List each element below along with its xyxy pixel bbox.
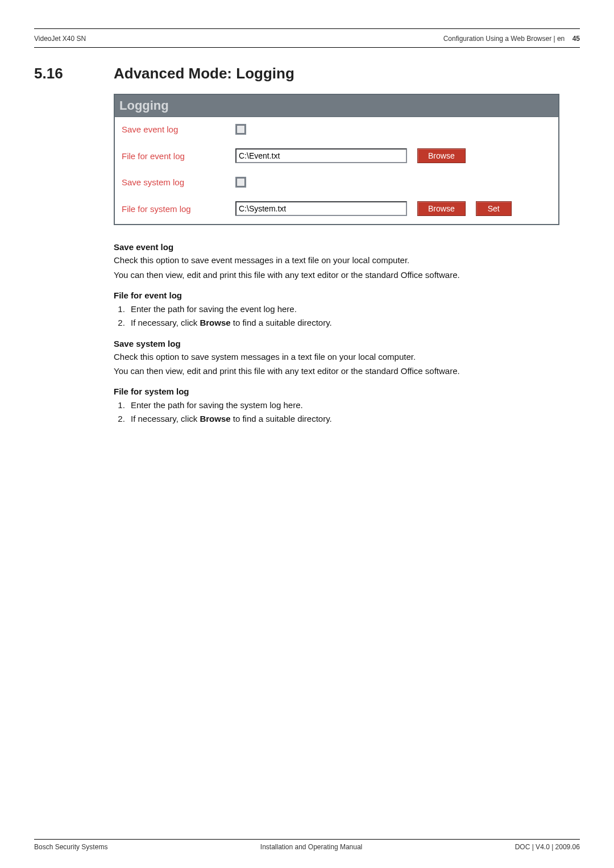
list-item: If necessary, click Browse to find a sui… xyxy=(127,412,580,426)
page-footer: Bosch Security Systems Installation and … xyxy=(34,839,580,851)
heading-save-system-log: Save system log xyxy=(114,339,580,348)
heading-save-event-log: Save event log xyxy=(114,242,580,252)
input-file-event-log[interactable] xyxy=(235,148,407,163)
label-file-event-log: File for event log xyxy=(122,151,235,161)
footer-center: Installation and Operating Manual xyxy=(260,843,362,851)
footer-left: Bosch Security Systems xyxy=(34,843,107,851)
header-product: VideoJet X40 SN xyxy=(34,35,86,43)
text-save-event-log-1: Check this option to save event messages… xyxy=(114,254,580,267)
heading-file-system-log: File for system log xyxy=(114,387,580,396)
label-save-event-log: Save event log xyxy=(122,124,235,134)
browse-button-system[interactable]: Browse xyxy=(417,201,466,216)
checkbox-save-system-log[interactable] xyxy=(235,177,246,188)
input-file-system-log[interactable] xyxy=(235,201,407,216)
label-save-system-log: Save system log xyxy=(122,177,235,187)
checkbox-save-event-log[interactable] xyxy=(235,124,246,135)
section-number: 5.16 xyxy=(34,65,114,82)
panel-title: Logging xyxy=(115,95,558,117)
text-save-system-log-2: You can then view, edit and print this f… xyxy=(114,365,580,377)
list-item: Enter the path for saving the system log… xyxy=(127,398,580,412)
logging-panel: Logging Save event log File for event lo… xyxy=(114,94,559,225)
header-breadcrumb: Configuration Using a Web Browser | en xyxy=(443,35,565,43)
list-item: Enter the path for saving the event log … xyxy=(127,302,580,316)
page-number: 45 xyxy=(572,35,580,43)
set-button[interactable]: Set xyxy=(476,201,512,216)
browse-button-event[interactable]: Browse xyxy=(417,148,466,163)
section-title: Advanced Mode: Logging xyxy=(114,65,294,82)
label-file-system-log: File for system log xyxy=(122,204,235,214)
text-save-event-log-2: You can then view, edit and print this f… xyxy=(114,269,580,281)
list-item: If necessary, click Browse to find a sui… xyxy=(127,316,580,330)
text-save-system-log-1: Check this option to save system message… xyxy=(114,351,580,363)
page-header: VideoJet X40 SN Configuration Using a We… xyxy=(34,32,580,45)
heading-file-event-log: File for event log xyxy=(114,290,580,300)
footer-right: DOC | V4.0 | 2009.06 xyxy=(515,843,580,851)
